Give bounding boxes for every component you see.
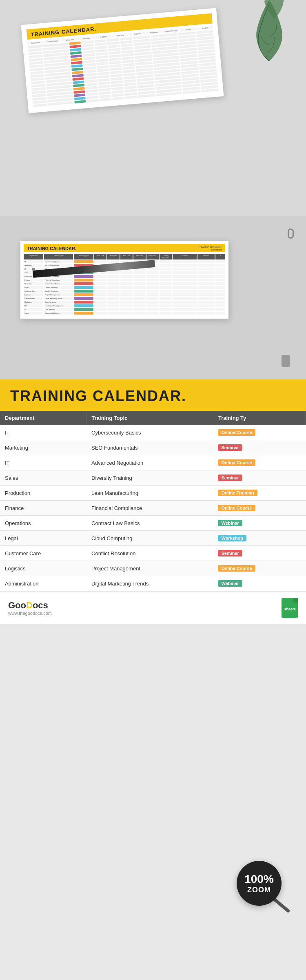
cell-training-topic: Cybersecurity Basics	[86, 425, 213, 440]
zoom-percentage: 100%	[244, 873, 274, 886]
logo-accent: D	[26, 600, 33, 610]
table-row: SalesDiversity TrainingSeminar	[0, 470, 306, 486]
cell-training-topic: Financial Compliance	[86, 501, 213, 516]
flat-row: Customer Care Conflict Resolution	[24, 290, 225, 293]
flat-row: Operations Contract Law Basics	[24, 282, 225, 285]
flat-row: HR Leadership Development	[24, 304, 225, 307]
table-header-row: Department Training Topic Training Ty	[0, 411, 306, 425]
flat-doc-right-info: TRAININGS BY MONTH Department	[200, 246, 222, 251]
cell-training-topic: Contract Law Basics	[86, 516, 213, 531]
table-row: AdministrationDigital Marketing TrendsWe…	[0, 576, 306, 591]
cell-training-type: Online Course	[213, 425, 306, 440]
leaf-decoration	[245, 0, 294, 61]
logo-url: www.thegoodocs.com	[8, 611, 52, 616]
table-row: ProductionLean ManufacturingOnline Train…	[0, 486, 306, 501]
cell-training-topic: Conflict Resolution	[86, 546, 213, 561]
table-row: MarketingSEO FundamentalsSeminar	[0, 440, 306, 455]
angled-document: TRAINING CALENDAR. Department Training T…	[21, 8, 224, 113]
main-title: TRAINING CALENDAR.	[10, 388, 296, 405]
training-type-badge: Online Course	[218, 565, 255, 572]
cell-training-type: Seminar	[213, 546, 306, 561]
logo-text: GooDocs	[8, 600, 52, 611]
flat-row: Administration Digital Marketing Trends	[24, 297, 225, 300]
flat-col-headers: Department Training Topic Training Type …	[24, 254, 225, 259]
cell-department: Legal	[0, 531, 86, 546]
top-desk-section: TRAINING CALENDAR. Department Training T…	[0, 0, 306, 216]
cell-training-type: Seminar	[213, 470, 306, 486]
col-header-training-type: Training Ty	[213, 411, 306, 425]
cell-department: Finance	[0, 501, 86, 516]
flat-row: Logistics Project Management	[24, 293, 225, 296]
training-type-badge: Online Course	[218, 429, 255, 436]
cell-training-topic: Project Management	[86, 561, 213, 576]
training-type-badge: Online Training	[218, 490, 257, 496]
training-type-badge: Webinar	[218, 520, 242, 526]
cell-department: Production	[0, 486, 86, 501]
cell-department: Sales	[0, 470, 86, 486]
sheets-icon: Sheets	[282, 598, 298, 618]
cell-training-topic: Lean Manufacturing	[86, 486, 213, 501]
zoom-handle	[273, 898, 290, 913]
bottom-header: TRAINING CALENDAR.	[0, 379, 306, 411]
cell-training-type: Workshop	[213, 531, 306, 546]
cell-training-type: Online Course	[213, 501, 306, 516]
training-table: Department Training Topic Training Ty IT…	[0, 411, 306, 591]
table-row: FinanceFinancial ComplianceOnline Course	[0, 501, 306, 516]
table-row: LegalCloud ComputingWorkshop	[0, 531, 306, 546]
flat-row: IT Data Analytics	[24, 308, 225, 311]
col-header-department: Department	[0, 411, 86, 425]
table-row: LogisticsProject ManagementOnline Course	[0, 561, 306, 576]
zoom-badge: 100% ZOOM	[237, 861, 282, 906]
cell-training-topic: Advanced Negotiation	[86, 455, 213, 470]
cell-training-type: Webinar	[213, 576, 306, 591]
cell-department: Logistics	[0, 561, 86, 576]
cell-training-topic: Cloud Computing	[86, 531, 213, 546]
zoom-label: ZOOM	[247, 886, 271, 894]
table-row: OperationsContract Law BasicsWebinar	[0, 516, 306, 531]
training-type-badge: Online Course	[218, 459, 255, 466]
training-type-badge: Workshop	[218, 535, 246, 541]
bottom-zoomed-section: TRAINING CALENDAR. 100% ZOOM Department …	[0, 379, 306, 591]
paperclip	[288, 228, 294, 239]
training-type-badge: Webinar	[218, 580, 242, 587]
cell-training-type: Online Training	[213, 486, 306, 501]
training-type-badge: Online Course	[218, 505, 255, 511]
training-type-badge: Seminar	[218, 474, 242, 481]
flat-row: Legal Cloud Computing	[24, 286, 225, 289]
mid-desk-section: TRAINING CALENDAR. TRAININGS BY MONTH De…	[0, 216, 306, 379]
flat-row: Finance Financial Compliance	[24, 279, 225, 282]
cell-training-topic: Digital Marketing Trends	[86, 576, 213, 591]
training-type-badge: Seminar	[218, 550, 242, 557]
table-row: Customer CareConflict ResolutionSeminar	[0, 546, 306, 561]
flat-document: TRAINING CALENDAR. TRAININGS BY MONTH De…	[20, 241, 228, 319]
cell-department: Operations	[0, 516, 86, 531]
flat-row: Sales Customer Relations	[24, 312, 225, 315]
training-type-badge: Seminar	[218, 444, 242, 451]
cell-training-type: Webinar	[213, 516, 306, 531]
cell-department: Administration	[0, 576, 86, 591]
logo-area: GooDocs www.thegoodocs.com	[8, 600, 52, 616]
cell-department: Marketing	[0, 440, 86, 455]
flat-row: Marketing Brand Strategy	[24, 301, 225, 304]
flat-doc-title: TRAINING CALENDAR.	[27, 246, 76, 251]
table-row: ITCybersecurity BasicsOnline Course	[0, 425, 306, 440]
cell-department: IT	[0, 455, 86, 470]
footer: GooDocs www.thegoodocs.com Sheets	[0, 591, 306, 624]
cell-training-type: Seminar	[213, 440, 306, 455]
binder-clip	[282, 355, 290, 367]
cell-department: IT	[0, 425, 86, 440]
sheets-label: Sheets	[284, 607, 296, 611]
cell-training-topic: SEO Fundamentals	[86, 440, 213, 455]
cell-department: Customer Care	[0, 546, 86, 561]
cell-training-type: Online Course	[213, 455, 306, 470]
cell-training-topic: Diversity Training	[86, 470, 213, 486]
flat-doc-header: TRAINING CALENDAR. TRAININGS BY MONTH De…	[24, 244, 225, 252]
col-header-training-topic: Training Topic	[86, 411, 213, 425]
table-row: ITAdvanced NegotiationOnline Course	[0, 455, 306, 470]
cell-training-type: Online Course	[213, 561, 306, 576]
